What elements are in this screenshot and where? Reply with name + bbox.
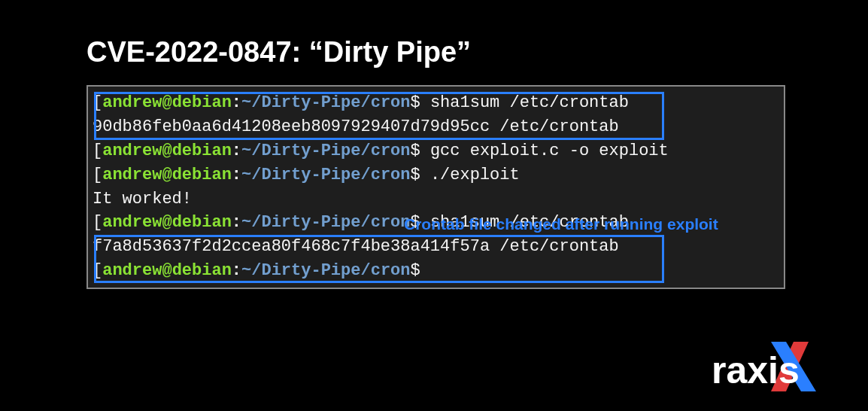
prompt-colon: : bbox=[232, 142, 241, 160]
prompt-host: debian bbox=[172, 166, 232, 184]
prompt-user: andrew bbox=[102, 93, 162, 112]
prompt-path: ~/Dirty-Pipe/cron bbox=[241, 166, 410, 184]
bracket-icon: [ bbox=[93, 142, 102, 160]
prompt-dollar: $ bbox=[410, 261, 420, 280]
prompt-host: debian bbox=[172, 261, 232, 280]
logo-text: raxis bbox=[712, 349, 800, 391]
command-text: gcc exploit.c -o exploit bbox=[420, 142, 669, 160]
terminal-window: [andrew@debian:~/Dirty-Pipe/cron$ sha1su… bbox=[86, 85, 785, 289]
prompt-colon: : bbox=[232, 93, 241, 112]
prompt-colon: : bbox=[232, 213, 241, 232]
prompt-user: andrew bbox=[102, 142, 162, 160]
prompt-colon: : bbox=[232, 166, 241, 184]
prompt-host: debian bbox=[172, 213, 232, 232]
prompt-at: @ bbox=[162, 93, 171, 112]
prompt-dollar: $ bbox=[410, 93, 420, 112]
prompt-dollar: $ bbox=[410, 142, 420, 160]
command-text: sha1sum /etc/crontab bbox=[420, 93, 629, 112]
prompt-dollar: $ bbox=[410, 166, 420, 184]
bracket-icon: [ bbox=[93, 261, 102, 280]
prompt-user: andrew bbox=[102, 213, 162, 232]
bracket-icon: [ bbox=[93, 213, 102, 232]
output-text: f7a8d53637f2d2ccea80f468c7f4be38a414f57a… bbox=[93, 237, 619, 256]
prompt-at: @ bbox=[162, 166, 171, 184]
bracket-icon: [ bbox=[93, 166, 102, 184]
terminal-line: [andrew@debian:~/Dirty-Pipe/cron$ gcc ex… bbox=[93, 139, 779, 163]
prompt-at: @ bbox=[162, 142, 171, 160]
terminal-line: [andrew@debian:~/Dirty-Pipe/cron$ sha1su… bbox=[93, 91, 779, 115]
prompt-user: andrew bbox=[102, 166, 162, 184]
prompt-path: ~/Dirty-Pipe/cron bbox=[241, 261, 410, 280]
prompt-path: ~/Dirty-Pipe/cron bbox=[241, 93, 410, 112]
prompt-user: andrew bbox=[102, 261, 162, 280]
prompt-at: @ bbox=[162, 261, 171, 280]
prompt-host: debian bbox=[172, 142, 232, 160]
prompt-colon: : bbox=[232, 261, 241, 280]
terminal-line: It worked! bbox=[93, 187, 779, 212]
slide-title: CVE-2022-0847: “Dirty Pipe” bbox=[0, 0, 868, 85]
prompt-path: ~/Dirty-Pipe/cron bbox=[241, 213, 410, 232]
prompt-at: @ bbox=[162, 213, 171, 232]
terminal-line: 90db86feb0aa6d41208eeb8097929407d79d95cc… bbox=[93, 115, 779, 139]
output-text: It worked! bbox=[93, 190, 192, 209]
command-text: ./exploit bbox=[420, 166, 520, 184]
bracket-icon: [ bbox=[93, 93, 102, 112]
terminal-line: f7a8d53637f2d2ccea80f468c7f4be38a414f57a… bbox=[93, 235, 779, 259]
output-text: 90db86feb0aa6d41208eeb8097929407d79d95cc… bbox=[93, 117, 619, 136]
raxis-logo: raxis bbox=[707, 336, 842, 397]
prompt-path: ~/Dirty-Pipe/cron bbox=[241, 142, 410, 160]
terminal-line: [andrew@debian:~/Dirty-Pipe/cron$ ./expl… bbox=[93, 163, 779, 187]
terminal-line: [andrew@debian:~/Dirty-Pipe/cron$ bbox=[93, 259, 779, 283]
annotation-text: Crontab file changed after running explo… bbox=[404, 213, 718, 236]
prompt-host: debian bbox=[172, 93, 232, 112]
